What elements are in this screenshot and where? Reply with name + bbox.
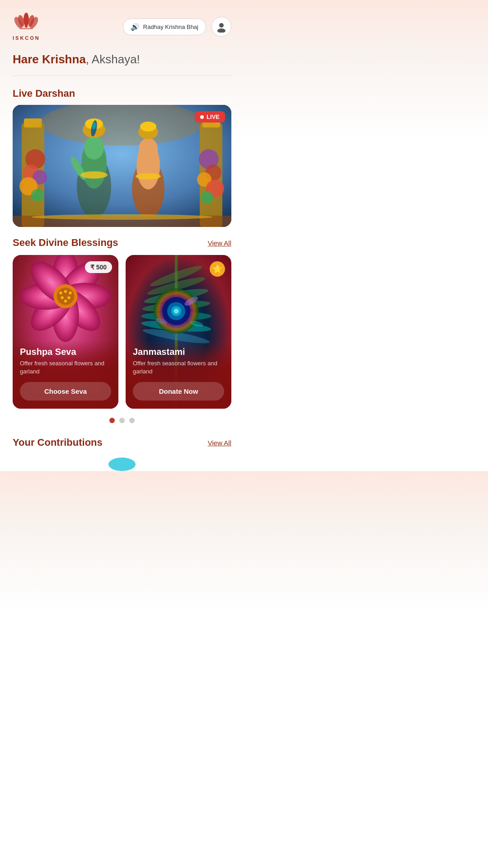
contributions-view-all[interactable]: View All	[208, 439, 231, 447]
pagination-dots	[0, 418, 244, 423]
svg-rect-7	[19, 28, 33, 29]
seek-blessings-header: Seek Divine Blessings View All	[0, 227, 244, 255]
live-dot	[200, 115, 204, 119]
janmastami-star-badge: ⭐	[210, 261, 225, 277]
svg-point-57	[61, 296, 63, 299]
contribution-teal-indicator	[108, 458, 136, 471]
janmastami-subtitle: Offer fresh seasonal flowers and garland	[133, 359, 224, 376]
darshan-illustration	[13, 105, 231, 227]
iskcon-logo-icon	[14, 13, 38, 34]
star-icon: ⭐	[212, 264, 222, 274]
pushpa-price-badge: ₹ 500	[85, 261, 112, 273]
janmastami-donate-button[interactable]: Donate Now	[133, 382, 224, 401]
pagination-dot-2[interactable]	[119, 418, 125, 423]
pushpa-subtitle: Offer fresh seasonal flowers and garland	[20, 359, 111, 376]
greeting-username: Akshaya!	[89, 52, 140, 66]
divider	[13, 75, 231, 76]
svg-point-43	[32, 214, 212, 220]
svg-rect-13	[24, 118, 42, 127]
svg-point-9	[217, 28, 225, 33]
svg-point-72	[174, 309, 178, 314]
speaker-icon: 🔊	[131, 23, 140, 31]
header-right: 🔊 Radhay Krishna Bhaj	[123, 17, 231, 37]
greeting-comma: ,	[86, 52, 89, 66]
contributions-preview	[0, 458, 244, 471]
live-badge: LIVE	[195, 111, 225, 123]
audio-player[interactable]: 🔊 Radhay Krishna Bhaj	[123, 19, 206, 35]
pushpa-card-content: Pushpa Seva Offer fresh seasonal flowers…	[13, 340, 118, 409]
live-darshan-card[interactable]: LIVE	[13, 105, 231, 227]
pushpa-seva-card[interactable]: ₹ 500 Pushpa Seva Offer fresh seasonal f…	[13, 255, 118, 409]
seek-blessings-title: Seek Divine Blessings	[13, 237, 118, 249]
svg-point-21	[31, 189, 44, 202]
svg-point-55	[64, 290, 67, 293]
live-darshan-title: Live Darshan	[0, 81, 244, 105]
contributions-title: Your Contributions	[13, 437, 103, 448]
svg-point-39	[136, 173, 161, 179]
header: ISKCON 🔊 Radhay Krishna Bhaj	[0, 0, 244, 45]
logo-area: ISKCON	[13, 13, 40, 41]
svg-point-6	[25, 25, 28, 28]
pagination-dot-1[interactable]	[109, 418, 115, 423]
audio-label: Radhay Krishna Bhaj	[143, 24, 198, 30]
live-text: LIVE	[206, 113, 220, 120]
svg-point-8	[219, 23, 224, 28]
user-avatar[interactable]	[211, 17, 231, 37]
svg-point-36	[139, 138, 158, 160]
live-darshan-background	[13, 105, 231, 227]
svg-point-59	[64, 300, 67, 302]
svg-point-58	[67, 296, 70, 299]
svg-point-54	[59, 292, 62, 294]
janmastami-card[interactable]: ⭐ Janmastami Offer fresh seasonal flower…	[126, 255, 231, 409]
pushpa-title: Pushpa Seva	[20, 347, 111, 357]
greeting: Hare Krishna, Akshaya!	[0, 45, 244, 70]
greeting-prefix: Hare Krishna	[13, 52, 86, 66]
seek-blessings-view-all[interactable]: View All	[208, 239, 231, 247]
contributions-header: Your Contributions View All	[0, 432, 244, 458]
svg-point-56	[69, 292, 71, 294]
janmastami-title: Janmastami	[133, 347, 224, 357]
pushpa-choose-seva-button[interactable]: Choose Seva	[20, 382, 111, 401]
svg-point-29	[84, 136, 104, 160]
logo-text: ISKCON	[13, 35, 40, 41]
svg-point-38	[140, 122, 156, 132]
user-icon	[216, 21, 227, 33]
svg-point-3	[23, 13, 29, 26]
svg-point-26	[201, 191, 213, 204]
seva-cards-row: ₹ 500 Pushpa Seva Offer fresh seasonal f…	[0, 255, 244, 409]
janmastami-card-content: Janmastami Offer fresh seasonal flowers …	[126, 340, 231, 409]
pushpa-price: ₹ 500	[90, 264, 107, 271]
svg-point-33	[80, 171, 108, 179]
pagination-dot-3[interactable]	[129, 418, 135, 423]
